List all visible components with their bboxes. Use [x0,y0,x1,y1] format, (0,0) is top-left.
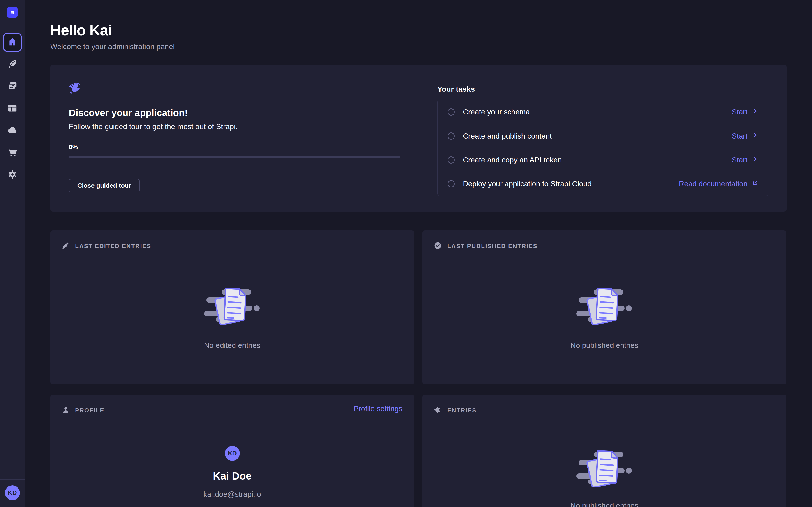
feather-icon [7,59,17,70]
task-status-circle-icon [448,156,455,164]
task-start-link[interactable]: Start [732,156,758,164]
your-tasks-panel: Your tasks Create your schema Start [419,65,786,212]
tasks-list: Create your schema Start Create and publ… [437,100,768,196]
card-header: LAST PUBLISHED ENTRIES [434,241,538,250]
sidebar-footer-divider [0,479,25,480]
sidebar-item-marketplace[interactable] [3,143,22,162]
profile-card: PROFILE Profile settings KD Kai Doe kai.… [50,395,414,507]
chevron-right-icon [752,156,758,164]
guided-tour-description: Follow the guided tour to get the most o… [69,122,401,131]
card-title: PROFILE [75,407,104,414]
task-read-documentation-link[interactable]: Read documentation [679,180,758,188]
waving-hand-icon [69,91,82,95]
settings-gear-icon [7,169,17,180]
task-label: Create and publish content [463,132,552,140]
task-label: Deploy your application to Strapi Cloud [463,180,592,188]
card-header: ENTRIES [434,406,476,415]
sidebar-nav [3,33,22,184]
sidebar-footer: KD [0,479,25,507]
task-row: Create your schema Start [438,100,768,124]
page-title: Hello Kai [50,22,786,39]
puzzle-icon [434,406,442,415]
task-start-link[interactable]: Start [732,132,758,140]
profile-email: kai.doe@strapi.io [203,490,261,499]
task-status-circle-icon [448,108,455,116]
sidebar-item-settings[interactable] [3,165,22,184]
sidebar-item-home[interactable] [3,33,22,52]
media-library-icon [7,81,17,92]
cloud-icon [7,125,17,136]
chevron-right-icon [752,108,758,116]
task-status-circle-icon [448,132,455,140]
sidebar-item-media-library[interactable] [3,77,22,96]
chevron-right-icon [752,132,758,140]
guided-tour-left: Discover your application! Follow the gu… [50,65,419,212]
guided-tour-title: Discover your application! [69,108,401,118]
guided-tour-progress-bar [69,156,400,158]
sidebar-item-cloud[interactable] [3,121,22,140]
profile-name: Kai Doe [213,470,252,482]
progress-percent-label: 0% [69,144,401,151]
pencil-icon [62,241,70,250]
task-label: Create and copy an API token [463,156,562,164]
task-row: Deploy your application to Strapi Cloud … [438,172,768,195]
widgets-row-bottom: PROFILE Profile settings KD Kai Doe kai.… [50,395,786,507]
main-content: Hello Kai Welcome to your administration… [25,0,812,507]
documents-illustration [576,284,633,325]
card-header: PROFILE [62,406,104,415]
task-row: Create and publish content Start [438,124,768,148]
widgets-row-top: LAST EDITED ENTRIES No edited entries LA… [50,230,786,384]
task-label: Create your schema [463,108,530,116]
user-avatar[interactable]: KD [5,485,20,500]
card-header: LAST EDITED ENTRIES [62,241,151,250]
task-start-link[interactable]: Start [732,108,758,116]
strapi-logo[interactable] [7,7,18,18]
last-published-entries-card: LAST PUBLISHED ENTRIES No published entr… [422,230,786,384]
user-icon [62,406,70,415]
profile-settings-link[interactable]: Profile settings [354,404,402,413]
documents-illustration [576,447,633,488]
task-row: Create and copy an API token Start [438,148,768,172]
page-subtitle: Welcome to your administration panel [50,42,786,51]
guided-tour-card: Discover your application! Follow the gu… [50,65,786,212]
card-title: LAST EDITED ENTRIES [75,243,151,250]
home-icon [7,37,17,48]
task-status-circle-icon [448,180,455,187]
sidebar: KD [0,0,25,507]
empty-state-text: No published entries [570,341,638,350]
close-guided-tour-button[interactable]: Close guided tour [69,179,140,192]
card-title: LAST PUBLISHED ENTRIES [447,243,538,250]
marketplace-cart-icon [7,147,17,158]
last-edited-entries-card: LAST EDITED ENTRIES No edited entries [50,230,414,384]
your-tasks-title: Your tasks [437,85,768,94]
profile-avatar: KD [225,446,240,461]
content-type-builder-icon [7,103,17,114]
empty-state-text: No edited entries [204,341,260,350]
empty-state-text: No published entries [570,501,638,507]
app-root: KD Hello Kai Welcome to your administrat… [0,0,812,507]
card-title: ENTRIES [447,407,476,414]
entries-card: ENTRIES No published entries [422,395,786,507]
sidebar-item-content-type-builder[interactable] [3,99,22,118]
external-link-icon [752,180,758,188]
sidebar-item-content-manager[interactable] [3,55,22,74]
check-circle-icon [434,241,442,250]
documents-illustration [204,284,260,325]
sidebar-divider [0,24,25,24]
